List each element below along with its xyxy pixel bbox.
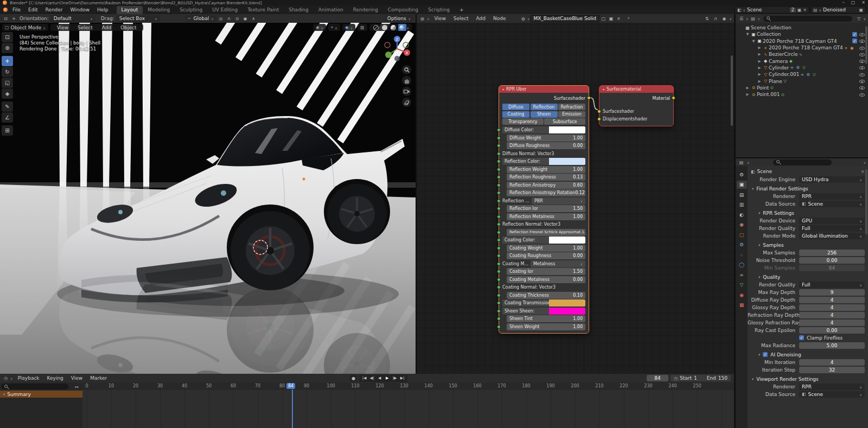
toggle-subsurface[interactable]: Subsurface bbox=[544, 118, 585, 125]
value-slider[interactable]: 32 bbox=[799, 367, 865, 373]
auto-keying-button[interactable]: ● bbox=[350, 375, 357, 381]
outliner-row-point-001[interactable]: ▶⊙Point.001⊙ bbox=[736, 91, 868, 98]
outliner-row-2020-porche-718-cayman-gt4[interactable]: ▼▣2020 Porche 718 Cayman GT4 bbox=[736, 38, 868, 44]
cursor-tool[interactable]: ⊕ bbox=[2, 43, 13, 53]
toggle-emission[interactable]: Emission bbox=[558, 111, 585, 118]
hide-viewport-icon[interactable] bbox=[859, 39, 865, 43]
prop-dropdown[interactable]: Global Illumination bbox=[799, 233, 865, 239]
properties-tab-render[interactable]: ▣ bbox=[737, 181, 747, 189]
prev-keyframe-button[interactable]: ◀| bbox=[368, 376, 375, 380]
menu-edit[interactable]: Edit bbox=[24, 7, 41, 13]
input-socket[interactable] bbox=[497, 215, 501, 219]
hide-viewport-icon[interactable] bbox=[859, 59, 865, 63]
input-socket[interactable] bbox=[497, 207, 501, 210]
input-socket[interactable] bbox=[497, 278, 501, 282]
input-socket[interactable] bbox=[497, 238, 501, 242]
properties-tab-object-data[interactable]: ▽ bbox=[737, 281, 747, 289]
scrollbar[interactable] bbox=[731, 55, 733, 126]
menu-render[interactable]: Render bbox=[42, 7, 67, 13]
pan-hand-button[interactable] bbox=[402, 76, 411, 85]
input-socket[interactable] bbox=[497, 325, 501, 329]
unlink-scene-icon[interactable]: × bbox=[803, 8, 807, 12]
editor-type-icon[interactable]: ◍ bbox=[419, 15, 426, 22]
value-slider[interactable]: 4 bbox=[799, 297, 865, 303]
outliner-row-collection[interactable]: ▼▣Collection bbox=[736, 31, 868, 37]
input-socket[interactable] bbox=[497, 191, 501, 195]
color-swatch[interactable] bbox=[549, 237, 585, 244]
value-slider[interactable]: 256 bbox=[799, 250, 865, 256]
unpin-icon[interactable]: × bbox=[860, 169, 865, 174]
tab-modeling[interactable]: Modeling bbox=[143, 6, 175, 14]
input-socket[interactable] bbox=[497, 301, 501, 305]
summary-channel[interactable]: ▾Summary bbox=[0, 391, 82, 398]
input-socket[interactable] bbox=[497, 183, 501, 187]
param-dropdown[interactable]: Metalness bbox=[531, 260, 585, 267]
input-socket[interactable] bbox=[497, 128, 501, 132]
value-slider[interactable]: Coating Weight1.00 bbox=[507, 245, 585, 252]
prop-dropdown[interactable]: ◧Scene bbox=[799, 391, 865, 398]
disclosure-right-icon[interactable]: ▶ bbox=[757, 59, 762, 63]
node-menu-select[interactable]: Select bbox=[450, 15, 473, 22]
rotate-tool[interactable]: ↻ bbox=[2, 67, 13, 77]
outliner-search-input[interactable] bbox=[763, 16, 852, 22]
snap-target-icon[interactable]: ⊙ bbox=[234, 15, 241, 22]
timeline-tracks[interactable] bbox=[82, 390, 734, 428]
current-frame-field[interactable]: 84 bbox=[647, 375, 668, 381]
tab-texture-paint[interactable]: Texture Paint bbox=[242, 6, 284, 14]
value-slider[interactable]: 0.00 bbox=[799, 327, 865, 334]
value-slider[interactable]: 64 bbox=[799, 265, 865, 271]
play-reverse-button[interactable]: ◀ bbox=[376, 376, 383, 380]
properties-tab-particles[interactable]: ∴ bbox=[737, 251, 747, 259]
node-menu-view[interactable]: View bbox=[430, 15, 449, 22]
value-slider[interactable]: Reflection Roughness0.13 bbox=[507, 174, 585, 181]
section-ai-denoising[interactable]: ▾AI Denoising bbox=[758, 351, 866, 358]
minimize-button[interactable]: – bbox=[843, 1, 845, 5]
pivot-point-icon[interactable]: ◎ bbox=[218, 15, 225, 22]
options-dropdown[interactable]: Options bbox=[385, 15, 413, 22]
prop-dropdown[interactable]: GPU bbox=[799, 218, 865, 224]
toggle-reflection[interactable]: Reflection bbox=[531, 104, 558, 110]
section-final-render-settings[interactable]: ▾Final Render Settings bbox=[752, 185, 866, 192]
value-slider[interactable]: Coating Metalness0.00 bbox=[507, 276, 585, 283]
proportional-editing-icon[interactable]: ◉ bbox=[242, 15, 249, 22]
add-cube-tool[interactable]: ⊞ bbox=[2, 125, 13, 136]
navigation-gizmo[interactable]: Z X bbox=[383, 35, 411, 63]
value-slider[interactable]: Sheen Tint1.00 bbox=[507, 315, 585, 322]
menu-window[interactable]: Window bbox=[67, 7, 94, 13]
viewport-menu-select[interactable]: Select bbox=[74, 24, 97, 31]
section-quality[interactable]: ▾Quality bbox=[758, 273, 866, 280]
pin-icon[interactable]: ⌖ bbox=[625, 15, 632, 22]
color-swatch[interactable] bbox=[549, 299, 585, 306]
add-workspace-button[interactable]: + bbox=[455, 6, 469, 14]
new-view-layer-icon[interactable]: ▣ bbox=[859, 8, 863, 12]
disclosure-right-icon[interactable]: ▶ bbox=[757, 52, 762, 56]
disclosure-right-icon[interactable]: ▶ bbox=[757, 66, 762, 70]
toggle-transparency[interactable]: Transparency bbox=[502, 118, 544, 125]
measure-tool[interactable]: ∠ bbox=[2, 112, 13, 123]
menu-help[interactable]: Help bbox=[93, 7, 112, 13]
object-visibility-dropdown[interactable]: ◈ bbox=[313, 24, 326, 31]
value-slider[interactable]: Coating Thickness0.10 bbox=[507, 292, 585, 299]
tab-shading[interactable]: Shading bbox=[284, 6, 314, 14]
toggle-refraction[interactable]: Refraction bbox=[558, 104, 585, 110]
toggle-diffuse[interactable]: Diffuse bbox=[502, 104, 529, 110]
prop-dropdown[interactable]: RPR bbox=[799, 193, 865, 200]
blender-menu-icon[interactable] bbox=[3, 8, 8, 12]
color-swatch[interactable] bbox=[549, 126, 585, 133]
value-slider[interactable]: Reflection Ior1.50 bbox=[507, 205, 585, 212]
prop-dropdown[interactable]: RPR bbox=[799, 384, 865, 390]
material-sphere-icon[interactable]: ◍ bbox=[520, 15, 527, 22]
node-header[interactable]: ▾RPR Uber bbox=[499, 86, 589, 93]
material-name-field[interactable]: MX_BasketCaseBlue Solid bbox=[530, 15, 599, 22]
checkbox-icon[interactable] bbox=[852, 32, 857, 37]
next-keyframe-button[interactable]: |▶ bbox=[391, 376, 398, 380]
tab-animation[interactable]: Animation bbox=[314, 6, 348, 14]
close-button[interactable]: × bbox=[861, 1, 865, 5]
value-slider[interactable]: 9 bbox=[799, 289, 865, 296]
value-slider[interactable]: Diffuse Roughness0.00 bbox=[507, 142, 585, 149]
value-slider[interactable]: 0.00 bbox=[799, 257, 865, 264]
viewport-menu-object[interactable]: Object bbox=[117, 24, 140, 31]
outliner-row-scene-collection[interactable]: ▦Scene Collection bbox=[736, 24, 868, 31]
properties-tab-world[interactable]: ◉ bbox=[737, 221, 747, 229]
output-socket[interactable] bbox=[672, 96, 675, 100]
